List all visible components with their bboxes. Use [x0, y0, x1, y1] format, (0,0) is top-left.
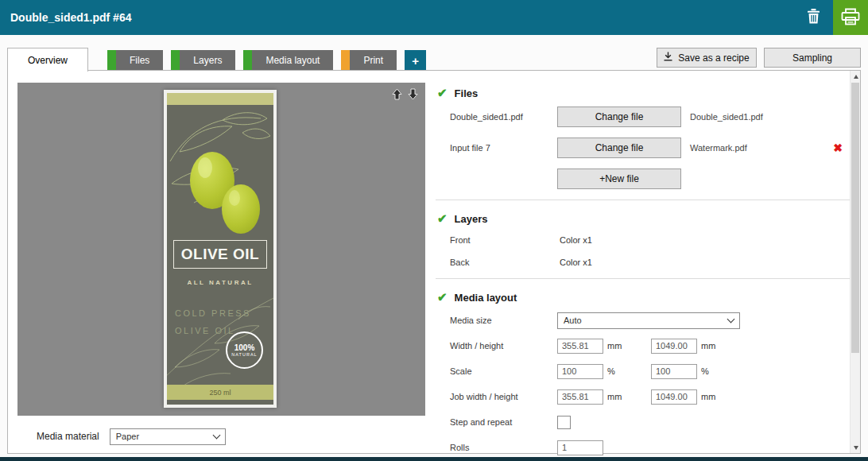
layer-row-label: Front — [450, 235, 557, 245]
save-recipe-button[interactable]: Save as a recipe — [657, 48, 757, 68]
job-width-height-label: Job width / height — [450, 392, 557, 401]
media-material-row: Media material Paper — [37, 428, 226, 445]
step-and-repeat-checkbox[interactable] — [557, 416, 571, 429]
details-panel: ✔ Files Double_sided1.pdf Change file Do… — [436, 71, 851, 453]
app-window: Double_sided1.pdf #64 — [0, 0, 868, 461]
media-size-value: Auto — [564, 316, 582, 325]
chevron-down-icon — [212, 431, 220, 439]
label-artwork: OLIVE OIL ALL NATURAL COLD PRESS OLIVE O… — [167, 93, 273, 405]
remove-file-icon[interactable]: ✖ — [833, 141, 843, 154]
step-and-repeat-row: Step and repeat — [436, 413, 851, 432]
badge-text: NATURAL — [231, 352, 257, 357]
step-and-repeat-label: Step and repeat — [450, 417, 557, 427]
scrollbar-thumb[interactable] — [851, 83, 859, 353]
section-divider — [436, 200, 851, 200]
arrow-down-icon[interactable] — [408, 88, 418, 100]
check-icon: ✔ — [437, 290, 448, 304]
chevron-down-icon — [727, 315, 735, 323]
label-title-box: OLIVE OIL — [173, 240, 267, 269]
file-name-value: Double_sided1.pdf — [690, 112, 763, 122]
window-bottom-edge — [0, 457, 868, 461]
layer-row: Front Color x1 — [436, 232, 851, 248]
label-tagline-line1: COLD PRESS — [175, 304, 251, 322]
arrow-up-icon[interactable] — [392, 88, 402, 100]
files-section-title: Files — [455, 87, 479, 99]
scale-y-input[interactable] — [651, 364, 697, 379]
layers-section-header: ✔ Layers — [437, 210, 851, 227]
tab-bar: Overview Files Layers Media layout Print… — [7, 47, 861, 71]
tab-files[interactable]: Files — [107, 50, 163, 71]
media-size-row: Media size Auto — [436, 311, 851, 330]
tab-layers-status-chip — [171, 50, 180, 71]
label-preview: OLIVE OIL ALL NATURAL COLD PRESS OLIVE O… — [164, 90, 277, 408]
save-recipe-label: Save as a recipe — [678, 52, 749, 64]
tab-layers-label: Layers — [180, 55, 235, 66]
label-top-band — [167, 93, 273, 105]
tab-media-layout-label: Media layout — [252, 55, 333, 66]
section-divider — [436, 278, 851, 279]
badge-percent: 100% — [234, 343, 255, 352]
label-bottom-band: 250 ml — [167, 385, 273, 400]
file-row-label: Input file 7 — [450, 143, 557, 153]
layer-row: Back Color x1 — [436, 254, 851, 270]
job-height-input[interactable] — [651, 389, 697, 405]
media-material-value: Paper — [116, 432, 139, 441]
triangle-up-icon — [854, 75, 858, 79]
delete-job-button[interactable] — [807, 9, 820, 26]
media-layout-section-header: ✔ Media layout — [437, 289, 851, 306]
file-name-value: Watermark.pdf — [690, 143, 747, 153]
change-file-button[interactable]: Change file — [557, 138, 681, 158]
vertical-scrollbar[interactable] — [850, 71, 860, 453]
plus-icon: + — [412, 54, 419, 68]
scroll-up-button[interactable] — [851, 71, 861, 82]
media-size-select[interactable]: Auto — [557, 312, 740, 329]
files-section-header: ✔ Files — [437, 84, 851, 102]
file-row-label: Double_sided1.pdf — [450, 112, 557, 122]
layer-row-value: Color x1 — [560, 235, 592, 245]
job-height-unit: mm — [701, 392, 715, 401]
media-material-select[interactable]: Paper — [110, 428, 226, 445]
job-width-input[interactable] — [557, 389, 603, 405]
scale-y-unit: % — [701, 366, 709, 376]
natural-badge: 100% NATURAL — [226, 331, 263, 369]
change-file-button[interactable]: Change file — [557, 107, 681, 127]
title-bar: Double_sided1.pdf #64 — [0, 0, 868, 35]
media-layout-section-title: Media layout — [455, 292, 517, 304]
tab-print[interactable]: Print — [341, 50, 397, 71]
rolls-input[interactable] — [557, 440, 603, 455]
check-icon: ✔ — [437, 86, 448, 100]
height-input[interactable] — [651, 339, 697, 354]
tab-overview[interactable]: Overview — [7, 48, 88, 72]
preview-flip-controls — [392, 88, 418, 100]
layer-row-value: Color x1 — [560, 258, 592, 267]
scroll-down-button[interactable] — [851, 442, 861, 453]
file-row: Input file 7 Change file Watermark.pdf ✖ — [436, 138, 851, 158]
tab-overview-label: Overview — [28, 55, 68, 66]
tab-print-label: Print — [350, 55, 397, 66]
sampling-label: Sampling — [792, 52, 832, 64]
tab-layers[interactable]: Layers — [171, 50, 235, 71]
layers-section-title: Layers — [455, 213, 488, 225]
scale-x-unit: % — [607, 366, 615, 376]
layer-row-label: Back — [450, 258, 557, 267]
width-input[interactable] — [557, 339, 603, 354]
add-tab-button[interactable]: + — [405, 50, 426, 71]
print-job-button[interactable] — [833, 0, 868, 35]
height-unit: mm — [701, 341, 715, 351]
scale-x-input[interactable] — [557, 364, 603, 379]
file-row: Double_sided1.pdf Change file Double_sid… — [436, 107, 851, 127]
new-file-button[interactable]: +New file — [557, 169, 681, 189]
download-icon — [664, 52, 672, 64]
triangle-down-icon — [854, 446, 858, 450]
trash-icon — [807, 9, 820, 26]
olive-illustration — [167, 106, 273, 239]
label-title: OLIVE OIL — [181, 246, 259, 262]
width-height-label: Width / height — [450, 341, 557, 351]
scale-row: Scale % % — [436, 362, 851, 381]
check-icon: ✔ — [437, 211, 448, 226]
tab-print-status-chip — [341, 50, 350, 71]
rolls-label: Rolls — [450, 443, 557, 452]
tab-media-layout[interactable]: Media layout — [243, 50, 333, 71]
media-material-label: Media material — [37, 431, 99, 442]
sampling-button[interactable]: Sampling — [764, 48, 861, 68]
